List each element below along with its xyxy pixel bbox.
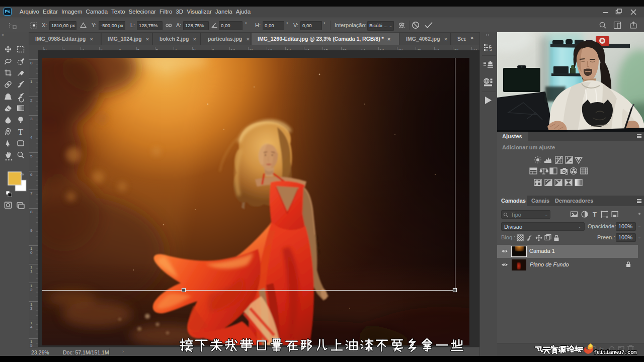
svg-text:feitianwu7.com: feitianwu7.com bbox=[594, 349, 636, 355]
